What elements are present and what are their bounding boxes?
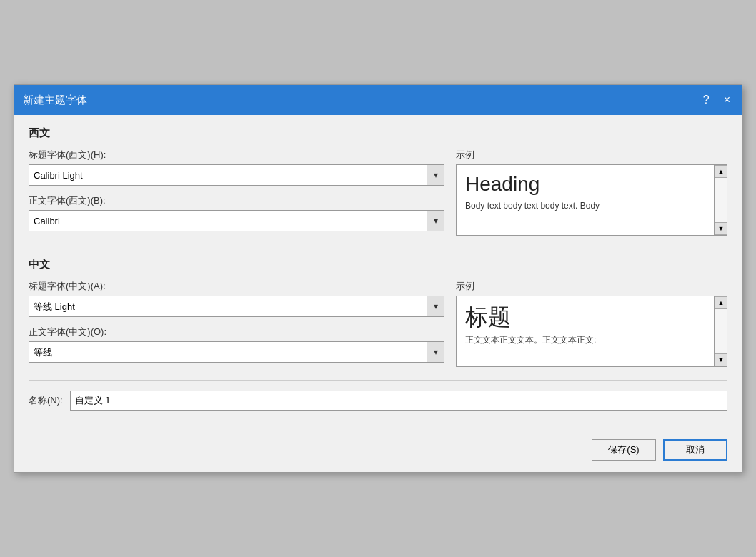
cancel-button[interactable]: 取消 [663, 439, 727, 461]
western-scroll-track [715, 178, 727, 222]
western-preview-container: Heading Body text body text body text. B… [456, 164, 727, 236]
chinese-body-select-wrapper[interactable]: 等线 [29, 341, 444, 363]
chinese-preview-scrollbar: ▲ ▼ [715, 296, 727, 367]
close-button[interactable]: × [721, 94, 733, 106]
western-heading-field: 标题字体(西文)(H): Calibri Light [29, 149, 444, 186]
western-body-field: 正文字体(西文)(B): Calibri [29, 194, 444, 231]
chinese-scroll-down[interactable]: ▼ [715, 353, 727, 366]
chinese-scroll-track [715, 309, 727, 353]
chinese-preview-box: 标题 正文文本正文文本。正文文本正文: [456, 296, 715, 367]
chinese-section-header: 中文 [29, 258, 727, 271]
western-preview-scrollbar: ▲ ▼ [715, 164, 727, 236]
chinese-two-column: 标题字体(中文)(A): 等线 Light 正文字体(中文)(O): [29, 280, 727, 371]
western-body-dropdown-arrow[interactable] [427, 211, 444, 231]
western-body-select-wrapper[interactable]: Calibri [29, 210, 444, 231]
dialog-title: 新建主题字体 [23, 94, 87, 107]
save-button[interactable]: 保存(S) [592, 439, 656, 461]
chinese-section: 中文 标题字体(中文)(A): 等线 Light 正文字体(中文)(O): [29, 258, 727, 371]
western-preview-box: Heading Body text body text body text. B… [456, 164, 715, 236]
title-bar: 新建主题字体 ? × [14, 85, 742, 115]
western-preview-body: Body text body text body text. Body [465, 199, 705, 212]
title-bar-controls: ? × [700, 94, 733, 106]
western-two-column: 标题字体(西文)(H): Calibri Light 正文字体(西文)(B): [29, 149, 727, 240]
western-heading-dropdown-arrow[interactable] [427, 165, 444, 185]
help-button[interactable]: ? [700, 94, 712, 106]
chinese-scroll-up[interactable]: ▲ [715, 296, 727, 309]
chinese-preview-body: 正文文本正文文本。正文文本正文: [465, 333, 705, 346]
chinese-body-dropdown-arrow[interactable] [427, 342, 444, 362]
name-input[interactable] [70, 391, 727, 411]
western-heading-select[interactable]: Calibri Light [34, 170, 427, 181]
western-scroll-up[interactable]: ▲ [715, 165, 727, 178]
western-left-column: 标题字体(西文)(H): Calibri Light 正文字体(西文)(B): [29, 149, 444, 240]
chinese-preview-heading: 标题 [465, 303, 705, 331]
western-right-column: 示例 Heading Body text body text body text… [456, 149, 727, 236]
chinese-body-label: 正文字体(中文)(O): [29, 326, 444, 338]
chinese-body-select[interactable]: 等线 [34, 347, 427, 358]
section-divider-2 [29, 380, 727, 381]
western-body-select[interactable]: Calibri [34, 216, 427, 226]
name-label: 名称(N): [29, 394, 63, 407]
western-section: 西文 标题字体(西文)(H): Calibri Light 正文字体(西文)(B [29, 126, 727, 240]
western-body-label: 正文字体(西文)(B): [29, 194, 444, 207]
chinese-heading-dropdown-arrow[interactable] [427, 296, 444, 316]
dialog-body: 西文 标题字体(西文)(H): Calibri Light 正文字体(西文)(B [14, 115, 742, 433]
chinese-preview-container: 标题 正文文本正文文本。正文文本正文: ▲ ▼ [456, 296, 727, 367]
western-scroll-down[interactable]: ▼ [715, 222, 727, 235]
chinese-heading-field: 标题字体(中文)(A): 等线 Light [29, 280, 444, 317]
western-heading-select-wrapper[interactable]: Calibri Light [29, 164, 444, 186]
western-section-header: 西文 [29, 126, 727, 140]
section-divider-1 [29, 249, 727, 249]
button-row: 保存(S) 取消 [14, 433, 742, 472]
chinese-heading-label: 标题字体(中文)(A): [29, 280, 444, 293]
dialog: 新建主题字体 ? × 西文 标题字体(西文)(H): Calibri Light [14, 84, 742, 473]
name-row: 名称(N): [29, 391, 727, 411]
chinese-heading-select-wrapper[interactable]: 等线 Light [29, 296, 444, 317]
chinese-left-column: 标题字体(中文)(A): 等线 Light 正文字体(中文)(O): [29, 280, 444, 371]
chinese-right-column: 示例 标题 正文文本正文文本。正文文本正文: ▲ ▼ [456, 280, 727, 367]
western-preview-heading: Heading [465, 172, 705, 196]
western-heading-label: 标题字体(西文)(H): [29, 149, 444, 161]
chinese-body-field: 正文字体(中文)(O): 等线 [29, 326, 444, 363]
chinese-heading-select[interactable]: 等线 Light [34, 301, 427, 312]
chinese-preview-label: 示例 [456, 280, 727, 293]
western-preview-label: 示例 [456, 149, 727, 161]
